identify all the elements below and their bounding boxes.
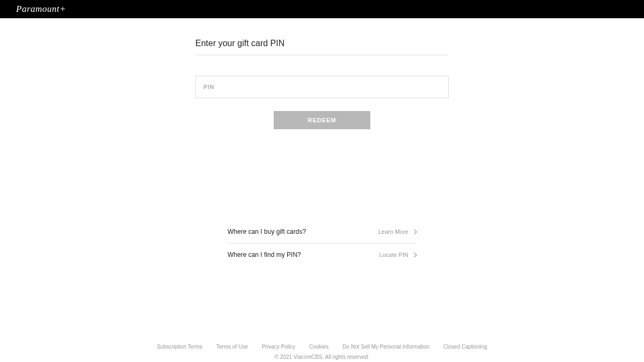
help-action-label: Learn More [378,228,408,235]
copyright-text: © 2021 ViacomCBS. All rights reserved. [0,354,644,360]
header: Paramount+ [0,0,644,18]
footer-link-do-not-sell[interactable]: Do Not Sell My Personal Information [342,344,429,350]
footer-link-cookies[interactable]: Cookies [309,344,328,350]
help-question: Where can I buy gift cards? [228,228,306,235]
chevron-right-icon [412,229,418,234]
footer-link-privacy-policy[interactable]: Privacy Policy [262,344,295,350]
chevron-right-icon [412,252,418,257]
footer-link-closed-captioning[interactable]: Closed Captioning [443,344,487,350]
locate-pin-link[interactable]: Locate PIN [379,252,416,258]
footer-link-terms-of-use[interactable]: Terms of Use [216,344,248,350]
main-content: Enter your gift card PIN REDEEM [195,39,449,129]
help-action-label: Locate PIN [379,252,408,258]
help-question: Where can I find my PIN? [228,251,301,258]
redeem-button[interactable]: REDEEM [274,111,370,129]
help-section: Where can I buy gift cards? Learn More W… [228,220,416,266]
page-title: Enter your gift card PIN [195,39,449,55]
pin-input[interactable] [195,76,449,98]
learn-more-link[interactable]: Learn More [378,228,416,235]
brand-logo[interactable]: Paramount+ [16,4,66,14]
help-row-find-pin: Where can I find my PIN? Locate PIN [228,243,416,266]
footer-link-subscription-terms[interactable]: Subscription Terms [157,344,202,350]
footer: Subscription Terms Terms of Use Privacy … [0,344,644,362]
footer-links: Subscription Terms Terms of Use Privacy … [0,344,644,350]
help-row-buy-cards: Where can I buy gift cards? Learn More [228,220,416,243]
